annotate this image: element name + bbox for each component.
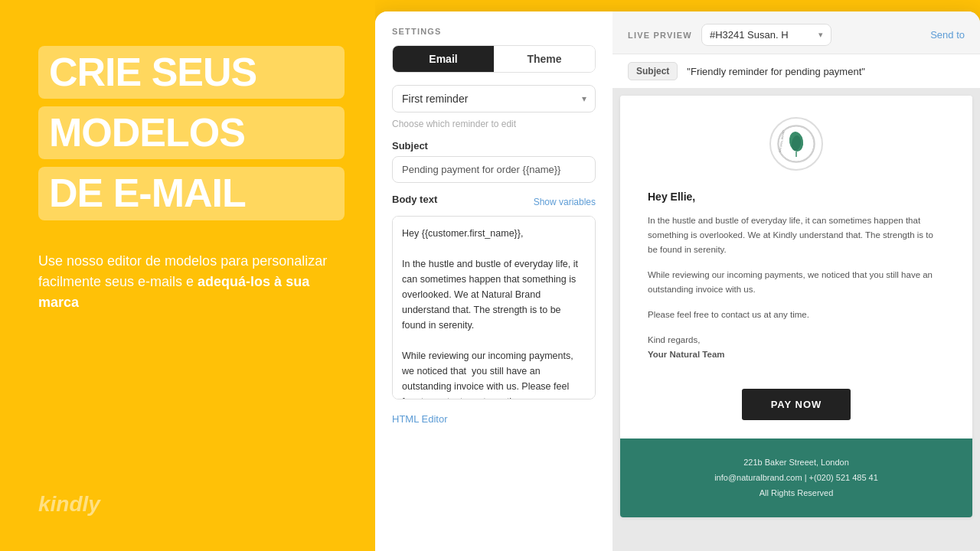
preview-subject-row: Subject "Friendly reminder for pending p… — [612, 54, 980, 88]
email-content: Hey Ellie, In the hustle and bustle of e… — [620, 183, 972, 381]
live-preview-label: LIVE PRVIEW — [628, 31, 692, 40]
footer-rights: All Rights Reserved — [635, 486, 957, 501]
headline-line-1: CRIE SEUS — [38, 46, 345, 99]
headline-text-1: CRIE SEUS — [49, 50, 256, 94]
settings-header: SETTINGS — [375, 11, 612, 45]
brand-logo-icon: NATURAL BRAND — [777, 125, 815, 163]
email-greeting: Hey Ellie, — [648, 191, 945, 203]
email-button-section: PAY NOW — [620, 381, 972, 439]
reminder-dropdown-wrapper: First reminder ▾ — [392, 85, 596, 112]
headline-line-2: MODELOS — [38, 106, 345, 159]
pay-now-button[interactable]: PAY NOW — [742, 389, 851, 420]
show-variables-link[interactable]: Show variables — [534, 197, 596, 207]
contact-dropdown-arrow-icon: ▾ — [818, 30, 823, 40]
body-textarea[interactable]: Hey {{customer.first_name}}, In the hust… — [392, 216, 596, 399]
email-card: NATURAL BRAND Hey Ellie, In the hustle a… — [620, 96, 972, 517]
signature-kind: Kind regards, — [648, 333, 945, 348]
svg-text:NATURAL BRAND: NATURAL BRAND — [779, 130, 786, 153]
headline-line-3: DE E-MAIL — [38, 167, 345, 220]
signature-name: Your Natural Team — [648, 347, 945, 363]
settings-section: First reminder ▾ Choose which reminder t… — [375, 85, 612, 403]
preview-body: NATURAL BRAND Hey Ellie, In the hustle a… — [612, 88, 980, 551]
reminder-dropdown[interactable]: First reminder — [392, 85, 596, 112]
subject-label: Subject — [392, 140, 596, 152]
email-footer: 221b Baker Streeet, London info@naturalb… — [620, 439, 972, 517]
logo: kindly — [38, 492, 100, 517]
footer-address: 221b Baker Streeet, London — [635, 455, 957, 471]
contact-name: #H3241 Susan. H — [710, 29, 789, 41]
html-editor-link[interactable]: HTML Editor — [375, 403, 612, 440]
email-logo-section: NATURAL BRAND — [620, 96, 972, 183]
subject-input[interactable] — [392, 156, 596, 183]
body-label-row: Body text Show variables — [392, 194, 596, 210]
tab-email[interactable]: Email — [393, 46, 494, 72]
headline-text-3: DE E-MAIL — [49, 171, 246, 215]
email-signature: Kind regards, Your Natural Team — [648, 333, 945, 363]
dropdown-helper: Choose which reminder to edit — [392, 119, 596, 129]
subtitle: Use nosso editor de modelos para persona… — [38, 251, 329, 313]
footer-email: info@naturalbrand.com | +(020) 521 485 4… — [635, 471, 957, 486]
subject-badge: Subject — [628, 62, 678, 80]
tab-row: Email Theme — [392, 45, 596, 73]
contact-dropdown[interactable]: #H3241 Susan. H ▾ — [701, 24, 831, 46]
settings-column: SETTINGS Email Theme First reminder ▾ Ch… — [375, 11, 612, 551]
tab-theme[interactable]: Theme — [494, 46, 595, 72]
send-to-button[interactable]: Send to — [930, 29, 965, 41]
email-logo-circle: NATURAL BRAND — [769, 117, 823, 171]
email-paragraph-3: Please feel free to contact us at any ti… — [648, 308, 945, 322]
preview-column: LIVE PRVIEW #H3241 Susan. H ▾ Send to Su… — [612, 11, 980, 551]
email-paragraph-2: While reviewing our incoming payments, w… — [648, 268, 945, 297]
body-label: Body text — [392, 194, 437, 205]
preview-header: LIVE PRVIEW #H3241 Susan. H ▾ Send to — [612, 11, 980, 54]
headline-text-2: MODELOS — [49, 110, 245, 155]
left-panel: CRIE SEUS MODELOS DE E-MAIL Use nosso ed… — [0, 0, 375, 551]
email-paragraph-1: In the hustle and bustle of everyday lif… — [648, 214, 945, 257]
headline-block: CRIE SEUS MODELOS DE E-MAIL — [38, 46, 345, 220]
right-panel: SETTINGS Email Theme First reminder ▾ Ch… — [375, 11, 980, 551]
subject-value: "Friendly reminder for pending payment" — [687, 66, 865, 77]
